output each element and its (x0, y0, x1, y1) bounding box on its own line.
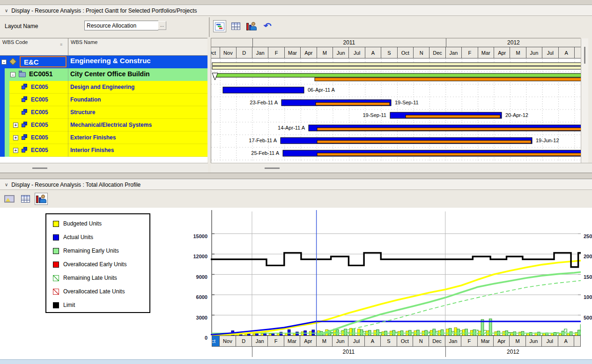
timeline-month-cell[interactable]: S (575, 47, 581, 58)
wbs-row[interactable]: +EC005Exterior Finishes (0, 131, 207, 144)
wbs-name-cell[interactable]: Structure (70, 109, 207, 116)
profile-month-cell[interactable]: Apr (494, 336, 510, 346)
timeline-month-cell[interactable]: Jan (252, 47, 268, 58)
profile-month-cell[interactable]: Mar (478, 336, 494, 346)
expand-box-icon[interactable]: + (13, 135, 18, 140)
profile-month-cell[interactable]: A (365, 336, 381, 346)
wbs-row[interactable]: +EC005Mechanical/Electrical Systems (0, 119, 207, 131)
profile-month-cell[interactable]: Apr (300, 336, 316, 346)
panel-splitter[interactable] (0, 173, 592, 179)
wbs-row[interactable]: EC005Structure (0, 106, 207, 119)
timeline-month-cell[interactable]: Dec (429, 47, 445, 58)
wbs-code-cell[interactable]: EC005 (31, 134, 66, 141)
profile-month-cell[interactable]: F (461, 336, 477, 346)
profile-month-row[interactable]: OctNovDJanFMarAprMJunJulASOctNDecJanFMar… (212, 335, 581, 347)
wbs-row[interactable]: -E&CEngineering & Construc (0, 56, 207, 68)
timeline-month-cell[interactable]: N (414, 47, 429, 58)
gantt-chart-button[interactable] (213, 20, 226, 32)
browse-button[interactable]: ... (158, 21, 166, 30)
timeline-month-cell[interactable]: F (268, 47, 284, 58)
profile-month-cell[interactable]: F (268, 336, 284, 346)
wbs-row[interactable]: -EC0051City Center Office Buildin (0, 68, 207, 81)
timeline-year-row[interactable]: 20112012 (211, 38, 581, 47)
profile-month-cell[interactable]: Jun (526, 336, 542, 346)
wbs-name-cell[interactable]: Foundation (70, 96, 207, 103)
wbs-code-cell[interactable]: E&C (20, 56, 67, 67)
timeline-month-cell[interactable]: S (381, 47, 397, 58)
timeline-month-cell[interactable]: F (462, 47, 478, 58)
timeline-month-row[interactable]: OctNovDJanFMarAprMJunJulASOctNDecJanFMar… (211, 47, 581, 58)
profile-month-cell[interactable]: Jul (542, 336, 558, 346)
profile-month-cell[interactable]: Oct (397, 336, 413, 346)
timeline-month-cell[interactable]: Apr (494, 47, 510, 58)
profile-month-cell[interactable]: N (413, 336, 429, 346)
timeline-month-cell[interactable]: Mar (478, 47, 494, 58)
timeline-month-cell[interactable]: Nov (220, 47, 236, 58)
profile-month-cell[interactable]: S (574, 336, 581, 346)
collapse-chevron-icon[interactable]: ∨ (5, 182, 8, 187)
profile-month-cell[interactable]: Nov (220, 336, 236, 346)
column-header-wbs-code[interactable]: WBS Code (2, 39, 28, 45)
wbs-name-cell[interactable]: Mechanical/Electrical Systems (70, 122, 207, 128)
chart-view-button[interactable] (3, 193, 16, 205)
timeline-month-cell[interactable]: Jun (333, 47, 349, 58)
bottom-panel-header[interactable]: ∨ Display - Resource Analysis : Total Al… (0, 179, 592, 190)
wbs-row[interactable]: +EC005Interior Finishes (0, 144, 207, 157)
layout-name-input[interactable] (84, 21, 158, 30)
profile-month-cell[interactable]: Oct (212, 336, 220, 346)
timeline-month-cell[interactable]: Oct (211, 47, 220, 58)
gantt-vertical-scrollbar[interactable] (581, 38, 588, 163)
wbs-name-cell[interactable]: Engineering & Construc (70, 57, 207, 65)
gantt-vscroll-thumb[interactable] (584, 47, 585, 64)
collapse-box-icon[interactable]: - (1, 59, 7, 65)
profile-month-cell[interactable]: Dec (429, 336, 445, 346)
wbs-code-cell[interactable]: EC005 (31, 122, 66, 128)
profile-month-cell[interactable]: M (510, 336, 525, 346)
timeline-month-cell[interactable]: Jul (349, 47, 365, 58)
profile-month-cell[interactable]: D (236, 336, 252, 346)
timeline-month-cell[interactable]: M (510, 47, 526, 58)
wbs-code-cell[interactable]: EC005 (31, 84, 66, 90)
wbs-name-cell[interactable]: Interior Finishes (70, 147, 207, 153)
profile-month-cell[interactable]: S (381, 336, 397, 346)
timeline-month-cell[interactable]: Oct (398, 47, 414, 58)
timeline-month-cell[interactable]: A (559, 47, 575, 58)
wbs-code-cell[interactable]: EC005 (31, 109, 66, 116)
timeline-month-cell[interactable]: Apr (301, 47, 317, 58)
timeline-month-cell[interactable]: Jul (542, 47, 558, 58)
wbs-code-cell[interactable]: EC0051 (29, 70, 68, 78)
profile-month-cell[interactable]: A (558, 336, 574, 346)
top-panel-header[interactable]: ∨ Display - Resource Analysis : Project … (0, 5, 592, 16)
timeline-month-cell[interactable]: Mar (285, 47, 301, 58)
spreadsheet-view-button[interactable] (19, 193, 32, 205)
profile-month-cell[interactable]: M (317, 336, 333, 346)
wbs-name-cell[interactable]: Design and Engineering (70, 84, 207, 90)
expand-box-icon[interactable]: + (13, 148, 18, 153)
undo-button[interactable]: ↶ (261, 20, 274, 32)
timeline-month-cell[interactable]: M (317, 47, 333, 58)
collapse-box-icon[interactable]: - (10, 72, 15, 77)
profile-month-cell[interactable]: Jan (445, 336, 461, 346)
timeline-month-cell[interactable]: Jun (526, 47, 542, 58)
column-divider[interactable] (68, 38, 68, 56)
gantt-horizontal-scrollbar[interactable] (211, 163, 592, 173)
wbs-name-cell[interactable]: City Center Office Buildin (70, 70, 207, 78)
profile-month-cell[interactable]: Mar (284, 336, 300, 346)
timeline-month-cell[interactable]: Jan (446, 47, 462, 58)
resource-profile-view-button[interactable] (35, 193, 48, 205)
collapse-chevron-icon[interactable]: ∨ (5, 8, 8, 13)
profile-month-cell[interactable]: Jul (348, 336, 364, 346)
timeline-month-cell[interactable]: A (365, 47, 381, 58)
wbs-code-cell[interactable]: EC005 (31, 147, 66, 153)
profile-month-cell[interactable]: Jun (333, 336, 348, 346)
expand-box-icon[interactable]: + (13, 123, 18, 128)
timeline-month-cell[interactable]: D (237, 47, 252, 58)
wbs-horizontal-scrollbar[interactable] (0, 163, 208, 173)
gantt-hscroll-thumb[interactable] (265, 167, 280, 169)
profile-month-cell[interactable]: Jan (252, 336, 268, 346)
resource-profile-button[interactable] (245, 20, 258, 32)
sort-group-icon[interactable]: ≡ (60, 42, 62, 47)
wbs-row[interactable]: EC005Design and Engineering (0, 81, 207, 94)
column-header-wbs-name[interactable]: WBS Name (71, 39, 97, 45)
wbs-code-cell[interactable]: EC005 (31, 96, 66, 103)
